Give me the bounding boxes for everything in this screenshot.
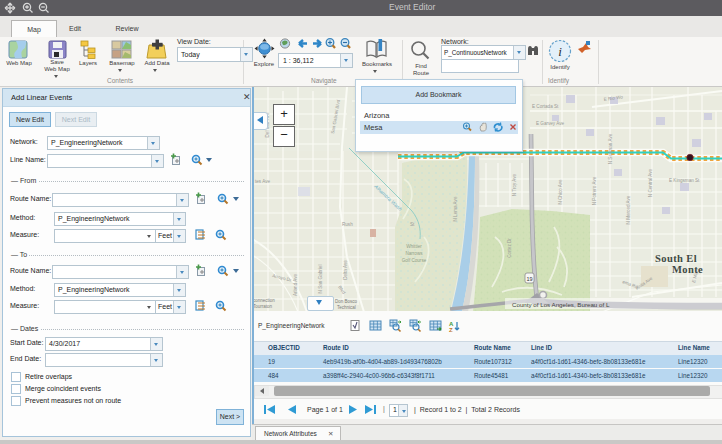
svg-text:N Merced Ave: N Merced Ave (626, 195, 631, 224)
svg-text:E Garvey Ave: E Garvey Ave (536, 121, 564, 126)
svg-text:Don Bosco: Don Bosco (335, 299, 358, 304)
svg-text:South El: South El (655, 253, 697, 264)
svg-text:N Troy Ave: N Troy Ave (512, 173, 517, 196)
svg-text:Rush: Rush (342, 222, 353, 227)
svg-text:Whittier: Whittier (406, 244, 422, 249)
svg-text:N Potrero Ave: N Potrero Ave (592, 176, 597, 205)
svg-text:Monte: Monte (672, 264, 703, 275)
svg-text:tes Ave: tes Ave (255, 179, 270, 184)
svg-text:Narrows: Narrows (405, 251, 423, 256)
svg-text:Tourraton: Tourraton (253, 304, 273, 309)
svg-text:St: St (410, 222, 415, 227)
svg-text:E Cortada St: E Cortada St (532, 104, 559, 109)
svg-text:A: A (449, 321, 454, 327)
svg-text:connection: connection (253, 298, 275, 303)
svg-text:N Lema Ave: N Lema Ave (453, 196, 458, 221)
svg-text:i: i (558, 44, 562, 59)
svg-text:Arland Ave: Arland Ave (293, 273, 298, 296)
svg-text:19: 19 (526, 276, 532, 282)
svg-text:Technical: Technical (337, 305, 356, 310)
svg-text:N Seaman Ave: N Seaman Ave (608, 133, 613, 164)
svg-text:County of Los Angeles, Bureau: County of Los Angeles, Bureau of L (512, 301, 610, 308)
svg-text:E Kingsman St: E Kingsman St (669, 178, 700, 183)
svg-text:N San Gabriel: N San Gabriel (318, 265, 323, 294)
svg-text:Cortez Dr: Cortez Dr (507, 238, 512, 258)
svg-text:Delta Ave: Delta Ave (343, 260, 348, 280)
svg-text:Page 1 of 1: Page 1 of 1 (307, 406, 343, 414)
svg-text:N Chico Ave: N Chico Ave (558, 179, 563, 205)
svg-text:Golf Course: Golf Course (402, 258, 427, 263)
svg-text:Z: Z (449, 327, 453, 333)
svg-text:N Central Ave: N Central Ave (648, 168, 653, 197)
